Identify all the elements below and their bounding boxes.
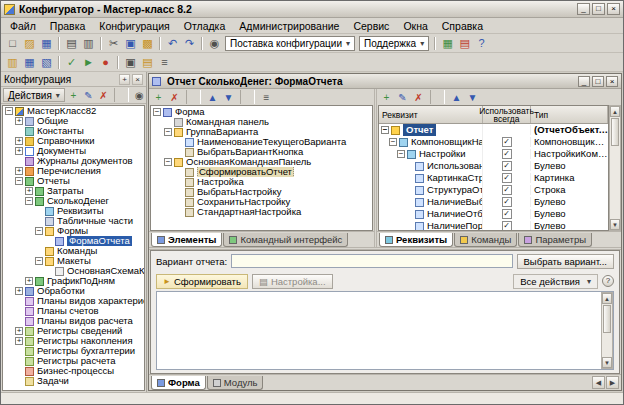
open-configuration-icon[interactable]: ▥	[4, 54, 21, 70]
expander-icon[interactable]	[175, 178, 183, 186]
expander-icon[interactable]	[405, 162, 413, 170]
separator[interactable]	[201, 37, 203, 50]
use-always-cell[interactable]: ✓	[483, 185, 531, 195]
paste-icon[interactable]: ▩	[139, 35, 156, 51]
save-configuration-icon[interactable]: ▦	[21, 54, 38, 70]
tree-item[interactable]: + Справочники	[3, 136, 144, 146]
expander-icon[interactable]: −	[15, 177, 23, 185]
pin-icon[interactable]: +	[119, 74, 130, 85]
grid-row[interactable]: НаличиеВыбора ✓ Булево	[379, 196, 608, 208]
tree-item[interactable]: Командная панель	[151, 117, 372, 127]
edit-attribute-icon[interactable]: ✎	[395, 90, 410, 104]
tree-item[interactable]: + Общие	[3, 116, 144, 126]
tree-item[interactable]: ОсновнаяСхемаКомпоновкиД	[3, 266, 144, 276]
tree-item[interactable]: − ГруппаВарианта	[151, 127, 372, 137]
generate-button[interactable]: ► Сформировать	[156, 274, 248, 289]
print-preview-icon[interactable]: ▥	[80, 35, 97, 51]
expander-icon[interactable]	[175, 138, 183, 146]
scrollbar-thumb[interactable]	[611, 118, 619, 146]
tree-item[interactable]: + Документы	[3, 146, 144, 156]
maximize-button[interactable]: □	[592, 3, 605, 15]
find-icon[interactable]: ◉	[206, 35, 223, 51]
close-button[interactable]: ×	[607, 3, 620, 15]
check-config-icon[interactable]: ✓	[63, 54, 80, 70]
expander-icon[interactable]	[15, 307, 23, 315]
menu-item[interactable]: Справка	[435, 19, 490, 33]
expander-icon[interactable]	[15, 357, 23, 365]
print-icon[interactable]: ▤	[63, 35, 80, 51]
scroll-down-icon[interactable]: ▼	[602, 357, 612, 368]
column-header[interactable]: Реквизит	[379, 106, 483, 123]
tab[interactable]: Модуль	[207, 376, 264, 390]
grid-row[interactable]: − Отчет (ОтчетОбъект.СколькоДенег)	[379, 124, 608, 136]
add-icon[interactable]: +	[66, 88, 81, 102]
expander-icon[interactable]: −	[389, 138, 397, 146]
expander-icon[interactable]: −	[397, 150, 405, 158]
preview-scrollbar[interactable]: ▲ ▼	[601, 292, 613, 369]
use-always-cell[interactable]: ✓	[483, 173, 531, 183]
tree-item[interactable]: + Обработки	[3, 286, 144, 296]
move-down-icon[interactable]: ▼	[221, 90, 236, 104]
separator[interactable]	[240, 90, 255, 104]
support-combo[interactable]: Поддержка ▾	[359, 36, 429, 51]
calendar-icon[interactable]: ▤	[456, 35, 473, 51]
expander-icon[interactable]: −	[35, 257, 43, 265]
grid-row[interactable]: Использование ✓ Булево	[379, 160, 608, 172]
tab[interactable]: Элементы	[151, 233, 222, 247]
menu-item[interactable]: Окна	[396, 19, 434, 33]
expander-icon[interactable]	[15, 347, 23, 355]
grid-row[interactable]: КартинкаСтрукт... ✓ Картинка	[379, 172, 608, 184]
tree-item[interactable]: Бизнес-процессы	[3, 366, 144, 376]
expander-icon[interactable]	[405, 174, 413, 182]
expander-icon[interactable]: +	[15, 327, 23, 335]
tree-item[interactable]: − Отчеты	[3, 176, 144, 186]
scroll-up-icon[interactable]: ▲	[610, 106, 620, 117]
tab[interactable]: Форма	[151, 376, 206, 390]
cut-icon[interactable]: ✂	[105, 35, 122, 51]
tree-item[interactable]: − МастерКласс82	[3, 106, 144, 116]
expander-icon[interactable]: −	[153, 108, 161, 116]
move-up-icon[interactable]: ▲	[205, 90, 220, 104]
separator[interactable]	[430, 90, 445, 104]
tree-item[interactable]: СтандартнаяНастройка	[151, 207, 372, 217]
update-db-config-icon[interactable]: ▧	[38, 54, 55, 70]
tree-item[interactable]: Журналы документов	[3, 156, 144, 166]
separator[interactable]	[100, 37, 102, 50]
tree-item[interactable]: Регистры расчета	[3, 356, 144, 366]
minimize-button[interactable]: _	[577, 3, 590, 15]
scrollbar-track[interactable]	[602, 334, 612, 357]
tab[interactable]: Реквизиты	[379, 233, 453, 247]
title-bar[interactable]: Конфигуратор - Мастер-класс 8.2 _ □ ×	[1, 1, 623, 18]
tree-item[interactable]: Команды	[3, 246, 144, 256]
menu-item[interactable]: Правка	[43, 19, 92, 33]
syntax-check-icon[interactable]: ▣	[122, 54, 139, 70]
checkbox[interactable]: ✓	[502, 221, 512, 230]
add-element-icon[interactable]: +	[151, 90, 166, 104]
tab-scroll-left-icon[interactable]: ◀	[592, 376, 605, 389]
tree-item[interactable]: Планы счетов	[3, 306, 144, 316]
expander-icon[interactable]	[15, 297, 23, 305]
grid-row[interactable]: − Настройки ✓ НастройкиКомпоновкиДан	[379, 148, 608, 160]
close-panel-icon[interactable]: ×	[132, 74, 143, 85]
use-always-cell[interactable]: ✓	[483, 197, 531, 207]
menu-item[interactable]: Отладка	[177, 19, 233, 33]
expander-icon[interactable]	[15, 367, 23, 375]
delete-element-icon[interactable]: ✗	[167, 90, 182, 104]
redo-icon[interactable]: ↷	[181, 35, 198, 51]
separator[interactable]	[58, 37, 60, 50]
undo-icon[interactable]: ↶	[164, 35, 181, 51]
more-icon[interactable]: ≡	[259, 90, 274, 104]
tree-item[interactable]: Константы	[3, 126, 144, 136]
tree-item[interactable]: + Регистры накопления	[3, 336, 144, 346]
doc-maximize-button[interactable]: □	[592, 76, 604, 87]
checkbox[interactable]: ✓	[502, 137, 512, 147]
tree-item[interactable]: − СколькоДенег	[3, 196, 144, 206]
checkbox[interactable]: ✓	[502, 185, 512, 195]
column-header[interactable]: Тип	[531, 106, 608, 123]
separator[interactable]	[159, 37, 161, 50]
expander-icon[interactable]: +	[15, 137, 23, 145]
move-down-icon[interactable]: ▼	[465, 90, 480, 104]
expander-icon[interactable]	[175, 148, 183, 156]
scroll-up-icon[interactable]: ▲	[602, 293, 612, 304]
separator[interactable]	[58, 56, 60, 69]
